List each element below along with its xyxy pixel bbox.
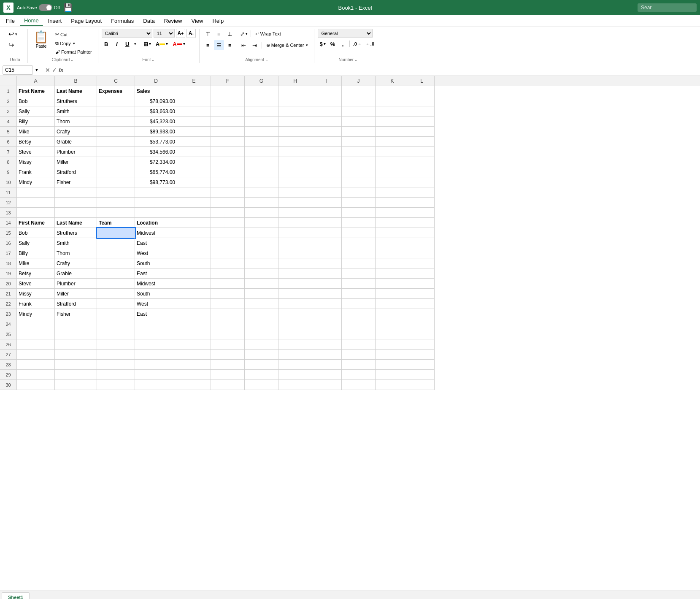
cell-F26[interactable]	[211, 339, 245, 350]
cell-C24[interactable]	[97, 319, 135, 329]
cell-B13[interactable]	[55, 208, 97, 218]
cell-D22[interactable]: West	[135, 299, 177, 309]
cell-F28[interactable]	[211, 360, 245, 370]
cell-E18[interactable]	[177, 258, 211, 268]
cell-J4[interactable]	[342, 117, 376, 127]
cell-K28[interactable]	[376, 360, 409, 370]
cell-F12[interactable]	[211, 198, 245, 208]
cell-H6[interactable]	[278, 137, 312, 147]
cell-E6[interactable]	[177, 137, 211, 147]
cell-J2[interactable]	[342, 96, 376, 106]
cell-L9[interactable]	[409, 167, 435, 177]
cell-L11[interactable]	[409, 187, 435, 198]
row-header-15[interactable]: 15	[0, 228, 17, 238]
cell-E27[interactable]	[177, 350, 211, 360]
alignment-expand-icon[interactable]: ⌄	[265, 58, 268, 62]
cell-C7[interactable]	[97, 147, 135, 157]
cell-C25[interactable]	[97, 329, 135, 339]
cell-G28[interactable]	[245, 360, 278, 370]
cell-F30[interactable]	[211, 380, 245, 390]
cell-A26[interactable]	[17, 339, 55, 350]
cell-I14[interactable]	[312, 218, 342, 228]
cell-D18[interactable]: South	[135, 258, 177, 268]
cell-F5[interactable]	[211, 127, 245, 137]
cell-E19[interactable]	[177, 268, 211, 279]
cell-B19[interactable]: Grable	[55, 268, 97, 279]
cell-K9[interactable]	[376, 167, 409, 177]
cell-C14[interactable]: Team	[97, 218, 135, 228]
cell-I8[interactable]	[312, 157, 342, 167]
cell-L24[interactable]	[409, 319, 435, 329]
cell-E3[interactable]	[177, 106, 211, 117]
cell-D23[interactable]: East	[135, 309, 177, 319]
cell-J24[interactable]	[342, 319, 376, 329]
cell-K29[interactable]	[376, 370, 409, 380]
cell-J12[interactable]	[342, 198, 376, 208]
cell-A10[interactable]: Mindy	[17, 177, 55, 187]
comma-button[interactable]: ,	[338, 39, 348, 49]
cell-C10[interactable]	[97, 177, 135, 187]
row-header-18[interactable]: 18	[0, 258, 17, 268]
cell-G26[interactable]	[245, 339, 278, 350]
cell-L22[interactable]	[409, 299, 435, 309]
cell-E30[interactable]	[177, 380, 211, 390]
cell-K7[interactable]	[376, 147, 409, 157]
cell-G3[interactable]	[245, 106, 278, 117]
align-center-button[interactable]: ☰	[214, 40, 224, 50]
row-header-5[interactable]: 5	[0, 127, 17, 137]
cell-D26[interactable]	[135, 339, 177, 350]
cell-D10[interactable]: $98,773.00	[135, 177, 177, 187]
cell-F23[interactable]	[211, 309, 245, 319]
cell-F27[interactable]	[211, 350, 245, 360]
cell-C12[interactable]	[97, 198, 135, 208]
merge-center-button[interactable]: ⊕ Merge & Center ▾	[264, 41, 311, 49]
cell-B1[interactable]: Last Name	[55, 86, 97, 96]
cell-D11[interactable]	[135, 187, 177, 198]
cell-B29[interactable]	[55, 370, 97, 380]
font-expand-icon[interactable]: ⌄	[151, 58, 155, 62]
font-name-select[interactable]: Calibri	[102, 29, 152, 38]
percent-button[interactable]: %	[328, 39, 338, 49]
cell-G17[interactable]	[245, 248, 278, 258]
cell-F15[interactable]	[211, 228, 245, 238]
col-header-f[interactable]: F	[211, 76, 245, 86]
cell-J7[interactable]	[342, 147, 376, 157]
cell-B18[interactable]: Crafty	[55, 258, 97, 268]
cell-F8[interactable]	[211, 157, 245, 167]
cell-K17[interactable]	[376, 248, 409, 258]
cell-J22[interactable]	[342, 299, 376, 309]
cell-H28[interactable]	[278, 360, 312, 370]
cell-C13[interactable]	[97, 208, 135, 218]
cell-F11[interactable]	[211, 187, 245, 198]
cell-I2[interactable]	[312, 96, 342, 106]
cell-E25[interactable]	[177, 329, 211, 339]
cell-B3[interactable]: Smith	[55, 106, 97, 117]
cell-G27[interactable]	[245, 350, 278, 360]
cell-H10[interactable]	[278, 177, 312, 187]
fill-color-button[interactable]: A ▾	[154, 39, 170, 49]
cell-G1[interactable]	[245, 86, 278, 96]
row-header-25[interactable]: 25	[0, 329, 17, 339]
cell-H26[interactable]	[278, 339, 312, 350]
row-header-8[interactable]: 8	[0, 157, 17, 167]
cut-button[interactable]: ✂ Cut	[53, 30, 95, 38]
cell-D20[interactable]: Midwest	[135, 279, 177, 289]
cell-J28[interactable]	[342, 360, 376, 370]
cell-B2[interactable]: Struthers	[55, 96, 97, 106]
cell-F21[interactable]	[211, 289, 245, 299]
cell-J10[interactable]	[342, 177, 376, 187]
cell-E10[interactable]	[177, 177, 211, 187]
row-header-10[interactable]: 10	[0, 177, 17, 187]
cell-I12[interactable]	[312, 198, 342, 208]
cell-A22[interactable]: Frank	[17, 299, 55, 309]
align-right-button[interactable]: ≡	[225, 40, 235, 50]
cell-B25[interactable]	[55, 329, 97, 339]
cell-G15[interactable]	[245, 228, 278, 238]
cell-K23[interactable]	[376, 309, 409, 319]
cell-K20[interactable]	[376, 279, 409, 289]
autosave-toggle[interactable]	[39, 4, 52, 11]
cell-G14[interactable]	[245, 218, 278, 228]
cell-K13[interactable]	[376, 208, 409, 218]
cell-K24[interactable]	[376, 319, 409, 329]
cell-C20[interactable]	[97, 279, 135, 289]
